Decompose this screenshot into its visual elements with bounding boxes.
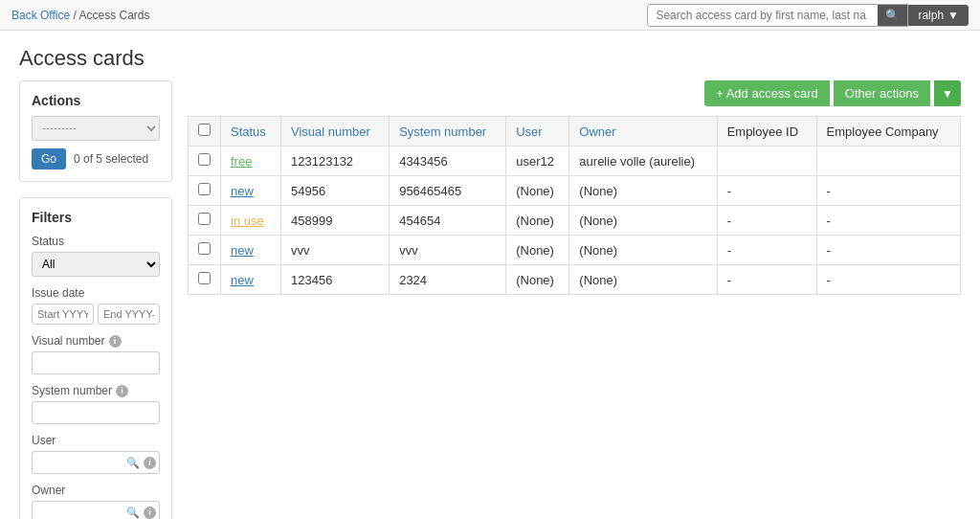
actions-row: Go 0 of 5 selected	[32, 148, 160, 169]
sort-owner[interactable]: Owner	[579, 124, 615, 139]
row-system-number: 2324	[390, 265, 506, 295]
actions-select[interactable]: ---------	[32, 116, 160, 141]
sort-visual-number[interactable]: Visual number	[291, 124, 370, 139]
other-actions-button[interactable]: Other actions	[834, 80, 930, 106]
th-system-number: System number	[390, 117, 506, 147]
user-search-icon[interactable]: 🔍	[126, 457, 140, 469]
row-user: (None)	[506, 176, 569, 206]
th-employee-company: Employee Company	[816, 117, 960, 147]
add-access-card-button[interactable]: + Add access card	[704, 80, 830, 106]
row-system-number: 4343456	[390, 147, 506, 176]
table-row: new 54956 956465465 (None) (None) - -	[189, 176, 961, 206]
main-content: + Add access card Other actions ▼ Status…	[188, 80, 961, 519]
th-status: Status	[221, 117, 281, 147]
row-employee-id	[717, 147, 816, 176]
row-system-number: 956465465	[390, 176, 506, 206]
date-start-input[interactable]	[32, 304, 94, 325]
row-user: user12	[506, 147, 569, 176]
row-user: (None)	[506, 265, 569, 295]
th-employee-id: Employee ID	[717, 117, 816, 147]
status-link[interactable]: new	[231, 243, 254, 258]
row-visual-number: 458999	[281, 206, 390, 236]
row-checkbox-cell	[189, 147, 221, 176]
user-label: ralph	[918, 9, 944, 22]
row-owner: (None)	[569, 206, 717, 236]
filter-status-select[interactable]: All	[32, 252, 160, 277]
user-info-icon[interactable]: i	[144, 457, 156, 469]
row-employee-id: -	[717, 206, 816, 236]
search-button[interactable]: 🔍	[878, 5, 907, 26]
row-checkbox-cell	[189, 206, 221, 236]
date-end-input[interactable]	[98, 304, 160, 325]
owner-info-icon[interactable]: i	[144, 507, 156, 519]
th-user: User	[506, 117, 569, 147]
filter-owner-label: Owner	[32, 484, 160, 497]
row-system-number: 454654	[390, 206, 506, 236]
search-input[interactable]	[648, 6, 878, 25]
row-employee-company: -	[816, 206, 960, 236]
row-user: (None)	[506, 206, 569, 236]
visual-number-input[interactable]	[32, 351, 160, 374]
toolbar: + Add access card Other actions ▼	[188, 80, 961, 106]
filter-owner-group: Owner 🔍 i	[32, 484, 160, 519]
user-menu-button[interactable]: ralph ▼	[908, 5, 969, 26]
filter-status-label: Status	[32, 235, 160, 248]
row-visual-number: 54956	[281, 176, 390, 206]
row-status: new	[221, 236, 281, 265]
row-employee-id: -	[717, 265, 816, 295]
row-owner: (None)	[569, 236, 717, 265]
row-checkbox[interactable]	[198, 153, 211, 166]
breadcrumb-sep: /	[73, 9, 76, 22]
row-status: free	[221, 147, 281, 176]
row-checkbox[interactable]	[198, 272, 211, 284]
page-title: Access cards	[19, 46, 961, 71]
search-bar: 🔍	[647, 4, 908, 27]
sort-system-number[interactable]: System number	[399, 124, 486, 139]
system-number-info-icon[interactable]: i	[116, 385, 128, 397]
status-link[interactable]: free	[231, 154, 252, 169]
system-number-input[interactable]	[32, 401, 160, 424]
select-all-checkbox[interactable]	[198, 124, 211, 136]
visual-number-info-icon[interactable]: i	[109, 335, 122, 348]
filters-title: Filters	[32, 210, 160, 225]
go-button[interactable]: Go	[32, 148, 66, 169]
nav-right: 🔍 ralph ▼	[647, 4, 969, 27]
owner-search-icon[interactable]: 🔍	[126, 507, 140, 519]
filter-user-label: User	[32, 434, 160, 447]
status-link[interactable]: new	[231, 184, 254, 198]
user-input-wrapper: 🔍 i	[32, 451, 160, 474]
filter-user-group: User 🔍 i	[32, 434, 160, 474]
row-owner: (None)	[569, 265, 717, 295]
selected-count: 0 of 5 selected	[74, 152, 148, 166]
search-icon: 🔍	[885, 9, 900, 22]
th-select-all	[189, 117, 221, 147]
row-user: (None)	[506, 236, 569, 265]
filter-issue-date-label: Issue date	[32, 286, 160, 300]
table-row: free 123123132 4343456 user12 aurelie vo…	[189, 147, 961, 176]
sort-user[interactable]: User	[516, 124, 542, 139]
status-link[interactable]: new	[231, 273, 254, 287]
row-employee-id: -	[717, 236, 816, 265]
row-employee-company: -	[816, 176, 960, 206]
breadcrumb-home[interactable]: Back Office	[11, 9, 70, 22]
date-row	[32, 304, 160, 325]
sort-status[interactable]: Status	[231, 124, 266, 139]
status-link[interactable]: in use	[231, 214, 264, 228]
row-status: new	[221, 265, 281, 295]
other-actions-dropdown-button[interactable]: ▼	[934, 80, 961, 106]
row-checkbox[interactable]	[198, 242, 211, 255]
row-checkbox-cell	[189, 265, 221, 295]
filter-status-group: Status All	[32, 235, 160, 277]
row-checkbox[interactable]	[198, 183, 211, 195]
row-visual-number: vvv	[281, 236, 390, 265]
filters-box: Filters Status All Issue date Visual num…	[19, 197, 172, 519]
page-header: Access cards	[0, 31, 980, 80]
row-system-number: vvv	[390, 236, 506, 265]
row-checkbox[interactable]	[198, 213, 211, 225]
table-row: new 123456 2324 (None) (None) - -	[189, 265, 961, 295]
filter-system-number-group: System number i	[32, 384, 160, 424]
page-content: Actions --------- Go 0 of 5 selected Fil…	[0, 80, 980, 519]
filter-system-number-label: System number i	[32, 384, 160, 397]
actions-box: Actions --------- Go 0 of 5 selected	[19, 80, 172, 182]
access-cards-table: Status Visual number System number User …	[188, 116, 961, 295]
